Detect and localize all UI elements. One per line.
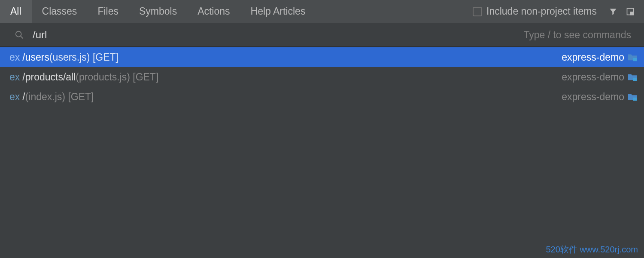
express-icon: ex bbox=[9, 91, 20, 103]
tab-symbols[interactable]: Symbols bbox=[129, 0, 187, 23]
svg-rect-5 bbox=[633, 78, 637, 81]
search-row: Type / to see commands bbox=[0, 23, 644, 47]
svg-rect-4 bbox=[633, 58, 637, 61]
svg-line-3 bbox=[21, 36, 23, 39]
watermark-text: 520软件 www.520rj.com bbox=[546, 244, 638, 255]
checkbox-icon bbox=[473, 7, 482, 16]
result-row[interactable]: ex /products/all (products.js) [GET] exp… bbox=[0, 67, 644, 87]
include-non-project-checkbox[interactable]: Include non-project items bbox=[473, 6, 597, 17]
svg-rect-1 bbox=[631, 12, 634, 15]
tab-files[interactable]: Files bbox=[87, 0, 129, 23]
tab-actions[interactable]: Actions bbox=[187, 0, 240, 23]
search-hint: Type / to see commands bbox=[523, 29, 631, 41]
search-input[interactable] bbox=[33, 29, 523, 41]
module-folder-icon bbox=[628, 92, 637, 101]
svg-rect-6 bbox=[633, 98, 637, 101]
result-detail: (users.js) [GET] bbox=[49, 52, 118, 63]
results-list: ex /users (users.js) [GET] express-demo … bbox=[0, 47, 644, 107]
tab-classes[interactable]: Classes bbox=[32, 0, 88, 23]
express-icon: ex bbox=[9, 52, 20, 63]
module-folder-icon bbox=[628, 73, 637, 81]
svg-point-2 bbox=[16, 31, 21, 37]
pin-window-icon[interactable] bbox=[626, 7, 635, 16]
tab-all[interactable]: All bbox=[0, 0, 32, 23]
express-icon: ex bbox=[9, 71, 20, 83]
result-module: express-demo bbox=[562, 91, 624, 103]
result-module: express-demo bbox=[562, 71, 624, 83]
result-path: /users bbox=[22, 52, 49, 63]
result-row[interactable]: ex / (index.js) [GET] express-demo bbox=[0, 87, 644, 107]
result-detail: (products.js) [GET] bbox=[76, 71, 158, 83]
search-icon bbox=[15, 30, 24, 40]
filter-icon[interactable] bbox=[609, 7, 617, 16]
result-row[interactable]: ex /users (users.js) [GET] express-demo bbox=[0, 47, 644, 67]
include-non-project-label: Include non-project items bbox=[486, 6, 597, 17]
result-module: express-demo bbox=[562, 52, 624, 63]
search-tab-bar: All Classes Files Symbols Actions Help A… bbox=[0, 0, 644, 23]
result-path: /products/all bbox=[22, 71, 76, 83]
result-detail: (index.js) [GET] bbox=[25, 91, 94, 103]
module-folder-icon bbox=[628, 53, 637, 61]
tab-help-articles[interactable]: Help Articles bbox=[240, 0, 316, 23]
